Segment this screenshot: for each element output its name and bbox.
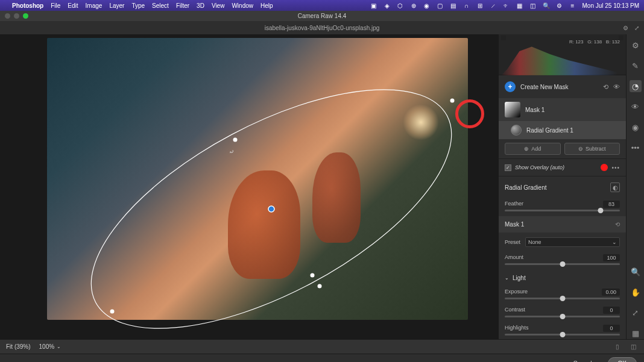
menu-edit[interactable]: Edit — [68, 2, 78, 9]
settings-gear-icon[interactable]: ⚙ — [623, 25, 628, 31]
highlights-slider[interactable] — [505, 334, 620, 335]
contrast-slider[interactable] — [505, 316, 620, 317]
feather-slider-thumb[interactable] — [598, 208, 603, 213]
zoom-tool-icon[interactable]: 🔍 — [630, 266, 642, 278]
app-menu[interactable]: Photoshop — [12, 2, 43, 9]
edit-tool-icon[interactable]: ⚙ — [630, 39, 642, 51]
image-subject-horse-1 — [228, 170, 300, 279]
zoom-value: 100% — [39, 343, 55, 350]
status-icon-7[interactable]: ▤ — [450, 2, 457, 9]
highlights-value[interactable]: 0 — [603, 325, 620, 332]
contrast-value[interactable]: 0 — [603, 307, 620, 314]
contrast-slider-thumb[interactable] — [560, 314, 565, 319]
menu-layer[interactable]: Layer — [109, 2, 124, 9]
menu-window[interactable]: Window — [232, 2, 253, 9]
exposure-slider-thumb[interactable] — [560, 296, 565, 301]
exposure-value[interactable]: 0.00 — [602, 289, 620, 296]
create-mask-plus-icon[interactable]: + — [505, 81, 516, 92]
menu-file[interactable]: File — [51, 2, 60, 9]
status-icon-1[interactable]: ▣ — [370, 2, 377, 9]
radial-gradient-type-icon[interactable]: ◐ — [610, 183, 620, 192]
search-icon[interactable]: 🔍 — [543, 2, 550, 9]
mask-item-1[interactable]: Mask 1 — [499, 98, 626, 121]
menu-type[interactable]: Type — [131, 2, 145, 9]
create-mask-label[interactable]: Create New Mask — [520, 84, 598, 90]
preset-label: Preset — [505, 239, 520, 245]
menu-select[interactable]: Select — [152, 2, 169, 9]
mask-name-label: Mask 1 — [525, 107, 545, 113]
invert-mask-icon[interactable]: ⟲ — [603, 83, 608, 91]
adjustments-panel: R: 123 G: 138 B: 132 + Create New Mask ⟲… — [498, 34, 626, 339]
mask-subtract-button[interactable]: ⊖ Subtract — [564, 143, 620, 155]
mask-visibility-icon[interactable]: 👁 — [613, 83, 620, 91]
radial-gradient-section-title: Radial Gradient — [505, 184, 546, 191]
status-icon-9[interactable]: ⊞ — [476, 2, 484, 9]
status-icon-5[interactable]: ◉ — [423, 2, 431, 9]
exposure-label: Exposure — [505, 289, 528, 296]
amount-slider[interactable] — [505, 263, 620, 265]
window-minimize-button[interactable] — [14, 13, 19, 19]
window-close-button[interactable] — [5, 13, 10, 19]
filmstrip-icon[interactable]: ▯ — [613, 342, 622, 352]
masking-tool-icon[interactable]: ◔ — [630, 80, 642, 92]
overlay-more-icon[interactable]: ••• — [611, 164, 620, 171]
fullscreen-icon[interactable]: ⤢ — [634, 25, 639, 31]
status-icon-2[interactable]: ◈ — [384, 2, 391, 9]
status-icon-6[interactable]: ▢ — [437, 2, 444, 9]
feather-slider[interactable] — [505, 210, 620, 211]
crop-tool-icon[interactable]: ⤢ — [630, 307, 642, 319]
more-tools-icon[interactable]: ••• — [630, 142, 642, 154]
redeye-tool-icon[interactable]: ◉ — [630, 121, 642, 133]
histogram-r-value: R: 123 — [569, 39, 584, 45]
hand-tool-icon[interactable]: ✋ — [630, 286, 642, 298]
preset-dropdown[interactable]: None ⌄ — [525, 237, 620, 247]
feather-label: Feather — [505, 201, 523, 208]
amount-value[interactable]: 100 — [603, 254, 620, 261]
status-icon-10[interactable]: ⟋ — [490, 2, 497, 9]
overlay-color-swatch[interactable] — [601, 164, 608, 171]
status-icon-12[interactable]: ▦ — [516, 2, 523, 9]
fit-zoom-label[interactable]: Fit (39%) — [6, 343, 31, 350]
compare-view-icon[interactable]: ◫ — [628, 342, 638, 352]
radial-gradient-item[interactable]: Radial Gradient 1 — [499, 121, 626, 139]
wifi-icon[interactable]: ᯤ — [503, 2, 510, 9]
menubar-datetime[interactable]: Mon Jul 25 10:13 PM — [582, 2, 640, 9]
subtract-icon: ⊖ — [578, 146, 583, 152]
ok-button[interactable]: OK — [608, 357, 637, 362]
show-overlay-checkbox[interactable]: ✓ — [505, 164, 511, 171]
radial-gradient-name: Radial Gradient 1 — [526, 127, 573, 134]
mask1-reset-icon[interactable]: ⟲ — [615, 221, 620, 228]
menu-image[interactable]: Image — [86, 2, 103, 9]
window-maximize-button[interactable] — [23, 13, 28, 19]
menu-filter[interactable]: Filter — [176, 2, 189, 9]
amount-slider-thumb[interactable] — [560, 261, 565, 267]
menu-view[interactable]: View — [212, 2, 225, 9]
chevron-down-icon: ⌄ — [612, 239, 617, 245]
cancel-button[interactable]: Cancel — [563, 358, 601, 362]
contrast-label: Contrast — [505, 307, 525, 314]
preview-canvas[interactable]: ⤾ — [0, 34, 498, 339]
eye-tool-icon[interactable]: 👁 — [630, 101, 642, 113]
highlights-slider-thumb[interactable] — [560, 332, 565, 337]
eyedropper-tool-icon[interactable]: ✎ — [630, 60, 642, 72]
status-icon-8[interactable]: ∩ — [463, 2, 470, 9]
control-center-icon[interactable]: ⚙ — [556, 2, 563, 9]
macos-menubar: Photoshop File Edit Image Layer Type Sel… — [0, 0, 644, 11]
zoom-dropdown[interactable]: 100% ⌄ — [39, 343, 62, 350]
status-icon-4[interactable]: ⊕ — [410, 2, 417, 9]
exposure-slider[interactable] — [505, 298, 620, 299]
histogram[interactable]: R: 123 G: 138 B: 132 — [499, 34, 626, 75]
histogram-shadow-clip-icon[interactable] — [501, 36, 506, 40]
grid-tool-icon[interactable]: ▦ — [630, 327, 642, 339]
menu-3d[interactable]: 3D — [197, 2, 204, 9]
light-section-header[interactable]: ⌄ Light — [499, 270, 626, 286]
menu-help[interactable]: Help — [260, 2, 273, 9]
mask-add-button[interactable]: ⊕ Add — [505, 143, 561, 155]
show-overlay-label: Show Overlay (auto) — [515, 164, 597, 170]
tool-strip: ⚙ ✎ ◔ 👁 ◉ ••• 🔍 ✋ ⤢ ▦ — [626, 34, 644, 339]
feather-value[interactable]: 83 — [603, 201, 620, 208]
document-filename: isabella-juskova-9aNltHjuOc0-unsplash.jp… — [265, 25, 380, 31]
status-icon-13[interactable]: ◫ — [529, 2, 537, 9]
status-icon-16[interactable]: ≡ — [569, 2, 576, 9]
status-icon-3[interactable]: ⬡ — [397, 2, 404, 9]
